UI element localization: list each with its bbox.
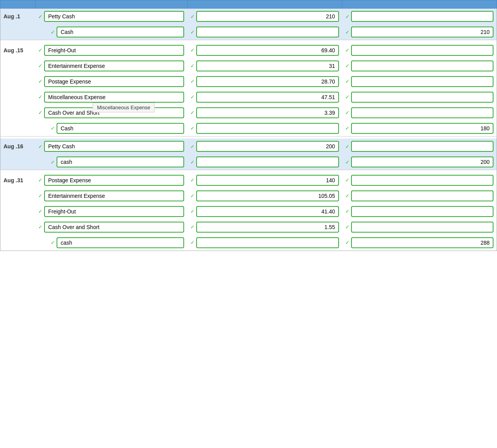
debit-input[interactable] (196, 60, 339, 71)
account-input[interactable] (57, 27, 184, 37)
check-icon: ✓ (38, 94, 43, 100)
check-icon: ✓ (190, 47, 195, 53)
account-input[interactable] (44, 92, 184, 103)
credit-cell: ✓ (342, 89, 497, 105)
credit-cell: ✓ (342, 154, 497, 170)
credit-input[interactable] (351, 45, 493, 56)
check-icon: ✓ (345, 29, 350, 35)
date-cell-aug15 (0, 74, 36, 89)
debit-input[interactable] (196, 76, 339, 87)
credit-cell: ✓ (342, 139, 497, 154)
credit-input[interactable] (351, 141, 493, 152)
account-input[interactable] (57, 123, 184, 134)
account-input[interactable] (44, 206, 184, 217)
credit-input[interactable] (351, 206, 493, 217)
date-cell-aug1 (0, 24, 36, 40)
header-credit (342, 0, 497, 9)
account-input[interactable] (44, 175, 184, 186)
check-icon: ✓ (190, 193, 195, 199)
account-input[interactable] (44, 60, 184, 71)
date-cell-aug31: Aug .31 (0, 172, 36, 188)
credit-input[interactable] (351, 237, 493, 248)
date-cell-aug15 (0, 58, 36, 74)
credit-cell: ✓ (342, 58, 497, 74)
account-cell: ✓ (35, 188, 187, 204)
account-cell: ✓ (35, 24, 187, 40)
debit-input[interactable] (196, 11, 339, 22)
account-input[interactable] (44, 45, 184, 56)
credit-cell: ✓ (342, 235, 497, 251)
debit-input[interactable] (196, 107, 339, 118)
credit-input[interactable] (351, 222, 493, 233)
account-cell: ✓ (35, 172, 187, 188)
account-input[interactable] (57, 237, 184, 248)
table-row: ✓✓✓ (0, 219, 497, 235)
journal-table: Aug .1✓✓✓✓✓✓Aug .15✓✓✓✓✓✓✓✓✓✓Miscellaneo… (0, 0, 497, 251)
account-input[interactable] (44, 222, 184, 233)
debit-input[interactable] (196, 156, 339, 167)
account-input[interactable] (57, 156, 184, 167)
debit-cell: ✓ (187, 24, 342, 40)
debit-cell: ✓ (187, 43, 342, 58)
check-icon: ✓ (190, 240, 195, 245)
account-input[interactable] (44, 190, 184, 201)
check-icon: ✓ (190, 159, 195, 165)
date-cell-aug31 (0, 235, 36, 251)
account-input[interactable] (44, 107, 184, 118)
debit-cell: ✓ (187, 219, 342, 235)
credit-input[interactable] (351, 92, 493, 103)
credit-input[interactable] (351, 60, 493, 71)
check-icon: ✓ (345, 47, 350, 53)
check-icon: ✓ (190, 110, 195, 116)
debit-cell: ✓ (187, 235, 342, 251)
debit-input[interactable] (196, 45, 339, 56)
check-icon: ✓ (51, 159, 55, 165)
check-icon: ✓ (345, 159, 350, 165)
debit-input[interactable] (196, 206, 339, 217)
check-icon: ✓ (190, 125, 195, 131)
table-row: ✓✓✓ (0, 188, 497, 204)
check-icon: ✓ (345, 110, 350, 116)
credit-input[interactable] (351, 190, 493, 201)
debit-input[interactable] (196, 123, 339, 134)
credit-input[interactable] (351, 175, 493, 186)
account-input[interactable] (44, 141, 184, 152)
account-input[interactable] (44, 11, 184, 22)
table-row: ✓✓✓ (0, 58, 497, 74)
account-cell: ✓ (35, 204, 187, 219)
table-row: Aug .16✓✓✓ (0, 139, 497, 154)
check-icon: ✓ (190, 144, 195, 149)
date-cell-aug15: Aug .15 (0, 43, 36, 58)
debit-input[interactable] (196, 175, 339, 186)
debit-cell: ✓ (187, 58, 342, 74)
check-icon: ✓ (345, 14, 350, 20)
credit-input[interactable] (351, 123, 493, 134)
credit-input[interactable] (351, 11, 493, 22)
credit-input[interactable] (351, 156, 493, 167)
credit-input[interactable] (351, 107, 493, 118)
credit-cell: ✓ (342, 204, 497, 219)
debit-input[interactable] (196, 27, 339, 37)
account-cell: ✓ (35, 139, 187, 154)
credit-cell: ✓ (342, 172, 497, 188)
credit-cell: ✓ (342, 105, 497, 121)
check-icon: ✓ (38, 63, 43, 69)
debit-input[interactable] (196, 141, 339, 152)
check-icon: ✓ (345, 144, 350, 149)
check-icon: ✓ (190, 177, 195, 183)
account-cell: ✓ (35, 74, 187, 89)
credit-cell: ✓ (342, 219, 497, 235)
account-cell: ✓ (35, 219, 187, 235)
debit-input[interactable] (196, 222, 339, 233)
account-cell: ✓ (35, 9, 187, 25)
table-row: Aug .15✓✓✓ (0, 43, 497, 58)
account-cell: ✓Miscellaneous Expense (35, 89, 187, 105)
credit-input[interactable] (351, 27, 493, 37)
account-input[interactable] (44, 76, 184, 87)
debit-input[interactable] (196, 92, 339, 103)
debit-cell: ✓ (187, 121, 342, 137)
credit-input[interactable] (351, 76, 493, 87)
debit-input[interactable] (196, 190, 339, 201)
credit-cell: ✓ (342, 74, 497, 89)
debit-input[interactable] (196, 237, 339, 248)
